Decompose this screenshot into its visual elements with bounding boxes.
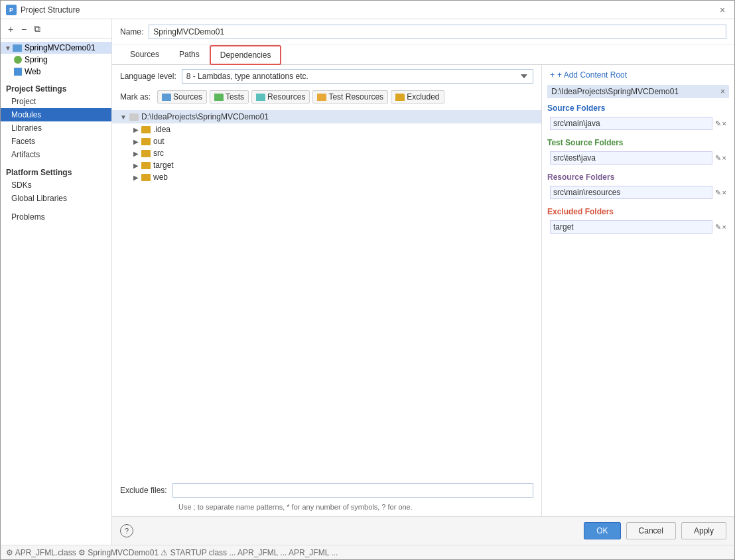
idea-folder-icon (141, 126, 151, 133)
platform-settings-section: Platform Settings (1, 164, 111, 178)
content-root-remove-button[interactable]: × (720, 87, 725, 96)
excluded-folder-icon (395, 94, 405, 101)
add-content-root-button[interactable]: + + Add Content Root (547, 70, 729, 80)
sidebar-item-libraries[interactable]: Libraries (1, 121, 111, 135)
tree-root-node[interactable]: ▼ D:\IdeaProjects\SpringMVCDemo01 (112, 110, 541, 123)
sidebar-item-project[interactable]: Project (1, 95, 111, 108)
sub-module-spring-label: Spring (25, 55, 48, 64)
module-item-springmvcdemo01[interactable]: ▼ SpringMVCDemo01 (1, 42, 111, 54)
window-title: Project Structure (21, 5, 716, 15)
chevron-down-icon: ▼ (5, 44, 11, 52)
idea-chevron-icon: ▶ (131, 126, 141, 133)
sidebar-item-sdks[interactable]: SDKs (1, 178, 111, 192)
content-root-path-item: D:\IdeaProjects\SpringMVCDemo01 × (547, 85, 729, 98)
web-chevron-icon: ▶ (131, 174, 141, 181)
sidebar-item-modules[interactable]: Modules (1, 108, 111, 121)
copy-module-button[interactable]: ⧉ (31, 23, 43, 35)
excluded-folders-title: Excluded Folders (547, 207, 729, 216)
exclude-input[interactable] (172, 483, 533, 498)
tree-node-idea[interactable]: ▶ .idea (112, 123, 541, 135)
tree-node-web[interactable]: ▶ web (112, 171, 541, 183)
test-resources-folder-icon (317, 94, 326, 101)
resource-folder-path-0[interactable] (550, 186, 712, 199)
bottom-bar: ? OK Cancel Apply (112, 516, 734, 545)
excluded-folder-edit-icon[interactable]: ✎ (715, 223, 721, 232)
source-folder-path-0[interactable] (550, 117, 712, 130)
tab-sources[interactable]: Sources (120, 45, 169, 65)
sidebar-item-global-libraries[interactable]: Global Libraries (1, 192, 111, 205)
root-folder-icon (129, 113, 139, 121)
mark-excluded-button[interactable]: Excluded (391, 90, 444, 104)
resource-folder-remove-button[interactable]: × (722, 188, 726, 196)
sidebar-toolbar: + − ⧉ (1, 19, 111, 39)
resource-folder-edit-icon[interactable]: ✎ (715, 188, 721, 197)
tree-node-web-label: web (153, 173, 168, 182)
right-panel: Name: Sources Paths Dependencies Languag… (112, 19, 734, 545)
content-root-path-label: D:\IdeaProjects\SpringMVCDemo01 (551, 87, 679, 96)
mark-sources-button[interactable]: Sources (157, 90, 207, 104)
mark-tests-button[interactable]: Tests (210, 90, 249, 104)
module-folder-icon (13, 44, 22, 52)
tree-node-out[interactable]: ▶ out (112, 135, 541, 147)
language-level-select[interactable]: 8 - Lambdas, type annotations etc. (182, 69, 533, 84)
tab-bar: Sources Paths Dependencies (112, 45, 734, 65)
resource-folders-section: Resource Folders ✎ × (547, 173, 729, 200)
tree-node-src-label: src (153, 149, 164, 158)
plus-icon: + (550, 70, 555, 80)
sidebar-item-facets[interactable]: Facets (1, 135, 111, 148)
add-content-root-label: + Add Content Root (557, 70, 627, 80)
excluded-folder-path-0[interactable] (550, 220, 712, 234)
test-folder-path-0[interactable] (550, 151, 712, 165)
test-folder-remove-button[interactable]: × (722, 154, 726, 162)
src-chevron-icon: ▶ (131, 150, 141, 157)
add-module-button[interactable]: + (5, 23, 17, 35)
status-bar: ⚙ APR_JFML.class ⚙ SpringMVCDemo01 ⚠ STA… (1, 545, 734, 559)
sub-module-web-label: Web (25, 67, 40, 76)
tree-node-target[interactable]: ▶ target (112, 159, 541, 171)
tests-folder-icon (214, 94, 224, 101)
source-folder-edit-icon[interactable]: ✎ (715, 119, 721, 128)
status-text: ⚙ APR_JFML.class ⚙ SpringMVCDemo01 ⚠ STA… (6, 548, 338, 557)
module-tree: ▼ SpringMVCDemo01 Spring Web (1, 39, 111, 80)
sub-module-spring[interactable]: Spring (1, 54, 111, 66)
sidebar-item-problems[interactable]: Problems (1, 210, 111, 224)
tree-panel: Language level: 8 - Lambdas, type annota… (112, 65, 542, 516)
mark-test-resources-button[interactable]: Test Resources (312, 90, 388, 104)
language-label: Language level: (120, 72, 176, 81)
cancel-button[interactable]: Cancel (626, 522, 676, 539)
resource-folders-title: Resource Folders (547, 173, 729, 182)
name-input[interactable] (149, 25, 726, 39)
language-row: Language level: 8 - Lambdas, type annota… (112, 65, 541, 88)
web-icon (14, 68, 22, 76)
sidebar-item-artifacts[interactable]: Artifacts (1, 148, 111, 161)
web-folder-icon (141, 174, 151, 181)
help-button[interactable]: ? (120, 524, 133, 537)
tab-dependencies[interactable]: Dependencies (210, 45, 282, 65)
tab-paths[interactable]: Paths (169, 45, 210, 65)
excluded-folder-remove-button[interactable]: × (722, 223, 726, 231)
source-folder-remove-button[interactable]: × (722, 119, 726, 127)
main-content: + − ⧉ ▼ SpringMVCDemo01 Spring Web (1, 19, 734, 545)
tree-root-path: D:\IdeaProjects\SpringMVCDemo01 (141, 112, 269, 121)
mark-as-row: Mark as: Sources Tests Resources (112, 88, 541, 107)
mark-resources-label: Resources (267, 92, 305, 102)
test-source-folders-title: Test Source Folders (547, 138, 729, 147)
apply-button[interactable]: Apply (681, 522, 726, 539)
name-row: Name: (112, 19, 734, 45)
test-folder-entry-0: ✎ × (547, 150, 729, 166)
tree-node-out-label: out (153, 137, 165, 146)
tree-node-src[interactable]: ▶ src (112, 147, 541, 159)
title-bar: P Project Structure × (1, 1, 734, 19)
mark-tests-label: Tests (226, 92, 244, 102)
ok-button[interactable]: OK (584, 522, 620, 539)
target-chevron-icon: ▶ (131, 162, 141, 169)
remove-module-button[interactable]: − (18, 23, 30, 35)
sub-module-web[interactable]: Web (1, 66, 111, 78)
mark-resources-button[interactable]: Resources (251, 90, 310, 104)
content-area: Language level: 8 - Lambdas, type annota… (112, 65, 734, 516)
sources-folder-icon (162, 94, 171, 101)
excluded-folder-entry-0: ✎ × (547, 219, 729, 235)
close-button[interactable]: × (716, 3, 729, 17)
test-folder-edit-icon[interactable]: ✎ (715, 154, 721, 163)
resources-folder-icon (256, 94, 265, 101)
